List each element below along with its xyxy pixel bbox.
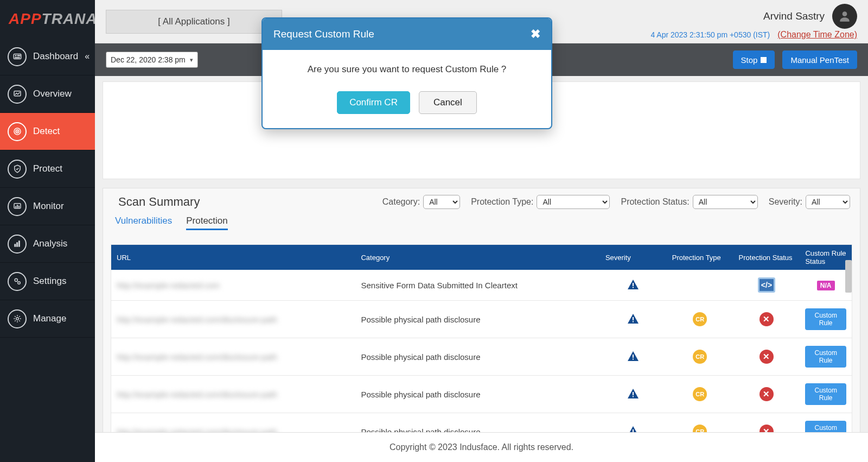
svg-point-16: [17, 282, 20, 284]
table-header-row: URL Category Severity Protection Type Pr…: [111, 245, 852, 270]
confirm-cr-button[interactable]: Confirm CR: [337, 91, 410, 114]
table-row: http://example-redacted.com/disclosure-p…: [111, 413, 852, 433]
sidebar-item-analysis[interactable]: Analysis: [0, 225, 95, 263]
x-circle-icon: ✕: [760, 425, 774, 432]
na-badge: N/A: [817, 281, 835, 290]
svg-rect-26: [633, 396, 634, 397]
sidebar-item-detect[interactable]: Detect: [0, 113, 95, 150]
col-pt: Protection Type: [667, 245, 733, 270]
sidebar-item-label: Analysis: [33, 238, 67, 249]
manage-icon: [8, 309, 27, 328]
chevron-down-icon: ▾: [190, 56, 193, 64]
scan-summary-title: Scan Summary: [113, 195, 200, 209]
analysis-icon: [8, 235, 27, 254]
filter-severity: Severity: All: [769, 195, 850, 209]
row-custom-rule-status: Custom Rule: [800, 338, 852, 376]
change-timezone-link[interactable]: (Change Time Zone): [777, 30, 857, 40]
request-custom-rule-modal: Request Custom Rule ✖ Are you sure you w…: [261, 17, 552, 129]
filter-protection-type: Protection Type: All: [471, 195, 610, 209]
avatar[interactable]: [832, 4, 857, 29]
chevron-left-double-icon: «: [85, 52, 90, 61]
svg-rect-9: [15, 206, 16, 207]
custom-rule-button[interactable]: Custom Rule: [805, 383, 846, 405]
brand-logo: APPTRANA: [0, 0, 95, 38]
dashboard-icon: [8, 47, 27, 66]
custom-rule-button[interactable]: Custom Rule: [805, 346, 846, 368]
row-custom-rule-status: Custom Rule: [800, 301, 852, 338]
row-protection-status: ✕: [733, 413, 800, 433]
sidebar-item-label: Settings: [33, 276, 66, 287]
content: Scan Summary Category: All Protection Ty…: [95, 76, 868, 432]
svg-rect-10: [17, 205, 18, 208]
code-icon: </>: [758, 277, 775, 293]
sidebar-item-dashboard[interactable]: Dashboard «: [0, 38, 95, 75]
row-protection-status: ✕: [733, 338, 800, 376]
row-url: http://example-redacted.com/disclosure-p…: [117, 427, 277, 433]
filter-severity-select[interactable]: All: [806, 195, 850, 209]
svg-rect-14: [18, 241, 20, 247]
x-circle-icon: ✕: [760, 350, 774, 364]
svg-rect-3: [15, 58, 20, 59]
sidebar-item-label: Overview: [33, 88, 72, 99]
user-name: Arvind Sastry: [763, 10, 825, 22]
sidebar-item-manage[interactable]: Manage: [0, 300, 95, 338]
scan-summary-panel: Scan Summary Category: All Protection Ty…: [103, 188, 860, 432]
svg-rect-12: [14, 244, 15, 247]
sidebar-item-settings[interactable]: Settings: [0, 263, 95, 300]
svg-rect-20: [633, 287, 634, 288]
manual-pentest-button[interactable]: Manual PenTest: [782, 50, 857, 69]
footer: Copyright © 2023 Indusface. All rights r…: [95, 432, 868, 462]
tab-vulnerabilities[interactable]: Vulnerabilities: [115, 216, 172, 230]
row-protection-type: CR: [667, 301, 733, 338]
tab-protection[interactable]: Protection: [186, 216, 228, 230]
row-severity: [600, 413, 667, 433]
svg-rect-21: [633, 317, 634, 320]
svg-rect-22: [633, 321, 634, 322]
row-protection-type: CR: [667, 338, 733, 376]
sidebar-item-label: Detect: [33, 126, 60, 137]
svg-rect-2: [17, 55, 20, 56]
sidebar-item-overview[interactable]: Overview: [0, 75, 95, 113]
svg-point-1: [15, 55, 16, 56]
brand-part2: TRANA: [42, 10, 98, 28]
custom-rule-button[interactable]: Custom Rule: [805, 308, 846, 330]
scan-summary-tabs: Vulnerabilities Protection: [108, 212, 854, 235]
row-category: Possible physical path disclosure: [355, 301, 599, 338]
sidebar-item-protect[interactable]: Protect: [0, 150, 95, 188]
cancel-button[interactable]: Cancel: [419, 91, 477, 114]
modal-close-button[interactable]: ✖: [531, 27, 540, 41]
sidebar-item-monitor[interactable]: Monitor: [0, 188, 95, 225]
row-category: Possible physical path disclosure: [355, 376, 599, 413]
filter-protection-status: Protection Status: All: [621, 195, 757, 209]
filter-pt-select[interactable]: All: [537, 195, 610, 209]
svg-point-7: [16, 131, 17, 132]
filter-category-label: Category:: [382, 197, 420, 207]
x-circle-icon: ✕: [760, 387, 774, 401]
filter-pt-label: Protection Type:: [471, 197, 533, 207]
custom-rule-button[interactable]: Custom Rule: [805, 421, 846, 432]
protect-icon: [8, 160, 27, 179]
x-circle-icon: ✕: [760, 312, 774, 326]
scrollbar-thumb[interactable]: [845, 260, 852, 293]
filter-category: Category: All: [382, 195, 460, 209]
row-severity: [600, 376, 667, 413]
stop-button[interactable]: Stop: [733, 50, 775, 69]
row-category: Sensitive Form Data Submitted In Clearte…: [355, 270, 599, 301]
monitor-icon: [8, 197, 27, 216]
row-category: Possible physical path disclosure: [355, 338, 599, 376]
filter-category-select[interactable]: All: [423, 195, 460, 209]
table-row: http://example-redacted.com/disclosure-p…: [111, 301, 852, 338]
date-select-value: Dec 22, 2020 2:38 pm: [111, 55, 186, 64]
svg-rect-27: [633, 429, 634, 433]
date-select[interactable]: Dec 22, 2020 2:38 pm ▾: [106, 52, 198, 68]
stop-button-label: Stop: [741, 55, 758, 65]
row-url: http://example-redacted.com/disclosure-p…: [117, 315, 277, 324]
application-selector-label: [ All Applications ]: [158, 16, 229, 27]
sidebar: APPTRANA Dashboard « Overview Detect Pro…: [0, 0, 95, 462]
row-protection-status: ✕: [733, 376, 800, 413]
row-severity: [600, 301, 667, 338]
svg-point-18: [843, 11, 847, 16]
filter-ps-select[interactable]: All: [693, 195, 758, 209]
application-selector[interactable]: [ All Applications ]: [106, 10, 282, 34]
row-protection-type: CR: [667, 376, 733, 413]
